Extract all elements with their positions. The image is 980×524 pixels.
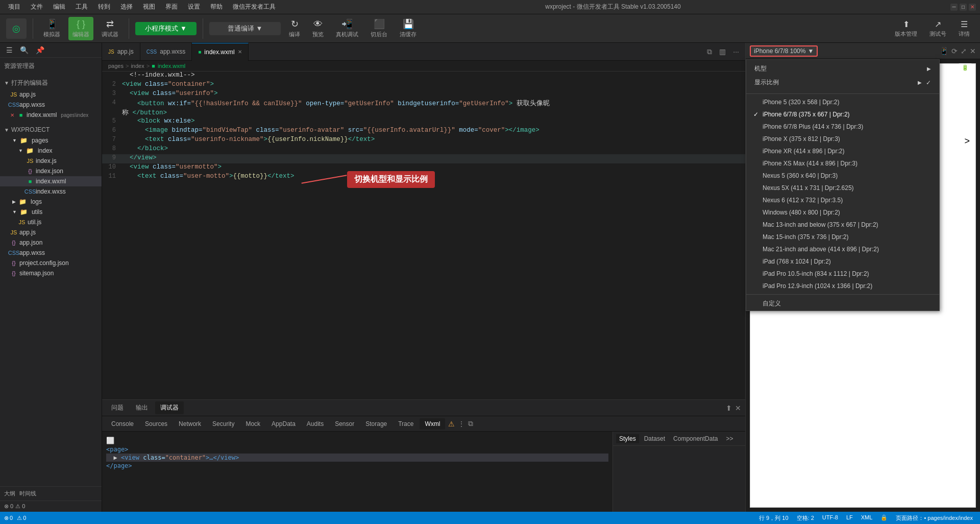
devtools-tab-sources[interactable]: Sources	[140, 418, 173, 430]
sidebar-item-app-js2[interactable]: JS app.js	[0, 227, 102, 237]
dropdown-ipadpro129[interactable]: iPad Pro 12.9-inch (1024 x 1366 | Dpr:2)	[746, 280, 939, 292]
devtools-tab-security[interactable]: Security	[207, 418, 239, 430]
status-warnings[interactable]: ⚠ 0	[17, 515, 26, 521]
wxml-view-line[interactable]: ▶ <view class="container">…</view>	[106, 454, 608, 462]
sidebar-item-app-js[interactable]: JS app.js	[0, 89, 102, 100]
tab-close-icon[interactable]: ✕	[238, 49, 242, 55]
dropdown-iphone678[interactable]: ✓ iPhone 6/7/8 (375 x 667 | Dpr:2)	[746, 108, 939, 121]
mode-selector[interactable]: 小程序模式 ▼	[135, 22, 197, 35]
devtools-tab-mock[interactable]: Mock	[240, 418, 265, 430]
tab-index-wxml[interactable]: ■ index.wxml ✕	[192, 43, 248, 61]
sidebar-item-sitemap[interactable]: {} sitemap.json	[0, 268, 102, 278]
dataset-tab[interactable]: Dataset	[641, 434, 668, 443]
bottom-close-icon[interactable]: ✕	[735, 404, 741, 412]
menu-help[interactable]: 帮助	[206, 2, 227, 12]
clear-button[interactable]: 💾 清缓存	[396, 16, 421, 40]
sidebar-pin-icon[interactable]: 📌	[34, 45, 46, 55]
bottom-tab-output[interactable]: 输出	[131, 401, 153, 414]
breadcrumb-index[interactable]: index	[131, 63, 144, 69]
menu-settings[interactable]: 设置	[184, 2, 204, 12]
devtools-tab-network[interactable]: Network	[174, 418, 206, 430]
devtools-more-icon[interactable]: ⋮	[458, 420, 465, 428]
minimize-button[interactable]: ─	[950, 4, 958, 11]
cut-button[interactable]: ⬛ 切后台	[366, 16, 391, 40]
dropdown-ipad[interactable]: iPad (768 x 1024 | Dpr:2)	[746, 255, 939, 268]
devtools-tab-console[interactable]: Console	[106, 418, 139, 430]
menu-interface[interactable]: 界面	[161, 2, 182, 12]
devtools-undock-icon[interactable]: ⧉	[468, 419, 473, 428]
wxproject-header[interactable]: ▼ WXPROJECT	[0, 124, 102, 135]
tab-app-wxss[interactable]: CSS app.wxss	[140, 43, 192, 61]
menu-edit[interactable]: 编辑	[49, 2, 69, 12]
devtools-tab-wxml[interactable]: Wxml	[420, 418, 445, 430]
tab-layout-icon[interactable]: ▥	[717, 46, 728, 57]
sim-close-icon[interactable]: ✕	[970, 47, 976, 55]
dropdown-iphone678plus[interactable]: iPhone 6/7/8 Plus (414 x 736 | Dpr:3)	[746, 121, 939, 133]
dropdown-iphonex[interactable]: iPhone X (375 x 812 | Dpr:3)	[746, 133, 939, 145]
compile-selector[interactable]: 普通编译 ▼	[209, 22, 281, 35]
breadcrumb-pages[interactable]: pages	[108, 63, 124, 69]
devtools-tab-storage[interactable]: Storage	[360, 418, 392, 430]
dropdown-mac21[interactable]: Mac 21-inch and above (414 x 896 | Dpr:2…	[746, 243, 939, 255]
wxml-pick-icon[interactable]: ⬜	[106, 437, 114, 444]
real-debug-button[interactable]: 📲 真机调试	[332, 16, 362, 40]
sidebar-item-index-json[interactable]: {} index.json	[0, 166, 102, 176]
componentdata-tab[interactable]: ComponentData	[670, 434, 721, 443]
dropdown-iphonexsmax[interactable]: iPhone XS Max (414 x 896 | Dpr:3)	[746, 157, 939, 170]
styles-tab[interactable]: Styles	[616, 434, 639, 443]
debugger-button[interactable]: ⇄ 调试器	[97, 16, 122, 40]
status-lang[interactable]: XML	[858, 514, 876, 522]
sidebar-item-app-wxss[interactable]: CSS app.wxss	[0, 100, 102, 110]
back-arrow[interactable]: >	[962, 135, 972, 148]
sidebar-item-index-js[interactable]: JS index.js	[0, 156, 102, 166]
split-editor-icon[interactable]: ⧉	[705, 46, 714, 57]
sim-expand-icon[interactable]: ⤢	[961, 47, 967, 55]
code-editor[interactable]: <!--index.wxml--> 2 <view class="contain…	[102, 72, 745, 399]
maximize-button[interactable]: □	[960, 4, 967, 11]
devtools-tab-audits[interactable]: Audits	[302, 418, 329, 430]
expand-label[interactable]: 大纲	[4, 490, 15, 497]
devtools-tab-sensor[interactable]: Sensor	[330, 418, 359, 430]
version-button[interactable]: ⬆ 版本管理	[891, 17, 921, 40]
tab-app-js[interactable]: JS app.js	[102, 43, 140, 61]
dropdown-mac13[interactable]: Mac 13-inch and below (375 x 667 | Dpr:2…	[746, 219, 939, 231]
timeline-label[interactable]: 时间线	[19, 490, 36, 497]
status-line-col[interactable]: 行 9，列 10	[756, 514, 791, 522]
simulator-button[interactable]: 📱 模拟器	[39, 16, 64, 40]
bottom-expand-icon[interactable]: ⬆	[726, 404, 732, 412]
dropdown-custom[interactable]: 自定义	[746, 297, 939, 311]
status-spaces[interactable]: 空格: 2	[794, 514, 817, 522]
model-selector[interactable]: iPhone 6/7/8 100% ▼	[750, 45, 818, 57]
menu-devtools[interactable]: 微信开发者工具	[229, 2, 280, 12]
dropdown-scale-header[interactable]: 显示比例 ▶ ✓	[746, 76, 939, 89]
status-encoding[interactable]: UTF-8	[819, 514, 841, 522]
sidebar-search-icon[interactable]: 🔍	[18, 45, 31, 55]
breadcrumb-file[interactable]: ■ index.wxml	[152, 63, 185, 69]
tab-more-icon[interactable]: ···	[731, 46, 741, 57]
sidebar-item-util-js[interactable]: JS util.js	[0, 217, 102, 227]
resource-manager-header[interactable]: 资源管理器	[0, 60, 102, 73]
status-errors[interactable]: ⊗ 0	[4, 515, 13, 521]
close-button[interactable]: ✕	[969, 4, 976, 11]
dropdown-nexus6[interactable]: Nexus 6 (412 x 732 | Dpr:3.5)	[746, 194, 939, 206]
menu-project[interactable]: 项目	[4, 2, 24, 12]
sidebar-item-index-wxml-close[interactable]: ✕ ■ index.wxml pages\index	[0, 110, 102, 120]
menu-tools[interactable]: 工具	[71, 2, 92, 12]
devtools-tab-appdata[interactable]: AppData	[266, 418, 301, 430]
sidebar-item-index-wxml[interactable]: ■ index.wxml	[0, 176, 102, 186]
dropdown-iphone5[interactable]: iPhone 5 (320 x 568 | Dpr:2)	[746, 96, 939, 108]
pages-folder[interactable]: ▼ 📁 pages	[0, 135, 102, 146]
open-editors-header[interactable]: ▼ 打开的编辑器	[0, 77, 102, 89]
utils-folder[interactable]: ▼ 📁 utils	[0, 207, 102, 217]
preview-button[interactable]: 👁 预览	[308, 17, 328, 40]
menu-file[interactable]: 文件	[27, 2, 47, 12]
sidebar-item-project-config[interactable]: {} project.config.json	[0, 258, 102, 268]
dropdown-nexus5x[interactable]: Nexus 5X (411 x 731 | Dpr:2.625)	[746, 182, 939, 194]
bottom-tab-debugger[interactable]: 调试器	[155, 401, 184, 414]
status-line-ending[interactable]: LF	[843, 514, 856, 522]
dropdown-windows[interactable]: Windows (480 x 800 | Dpr:2)	[746, 206, 939, 219]
dropdown-mac15[interactable]: Mac 15-inch (375 x 736 | Dpr:2)	[746, 231, 939, 243]
dropdown-ipadpro105[interactable]: iPad Pro 10.5-inch (834 x 1112 | Dpr:2)	[746, 268, 939, 280]
sidebar-menu-icon[interactable]: ☰	[4, 45, 15, 55]
menu-view[interactable]: 视图	[139, 2, 159, 12]
